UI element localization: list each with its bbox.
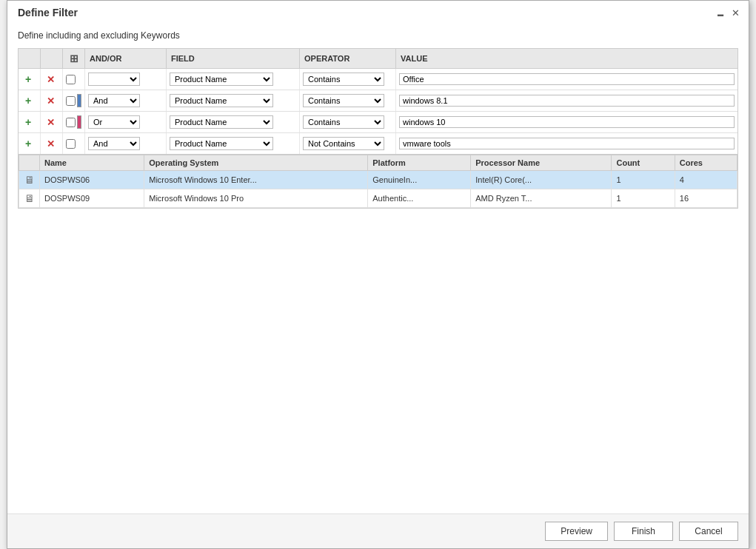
row2-name: DOSPWS09 xyxy=(40,189,144,208)
filter-row-4: + ✕ And Product Name xyxy=(19,133,737,154)
field-select-1[interactable]: Product Name xyxy=(170,73,273,86)
remove-cell-3: ✕ xyxy=(41,112,63,132)
field-select-3[interactable]: Product Name xyxy=(170,115,273,129)
results-table: Name Operating System Platform Processor… xyxy=(19,155,737,208)
preview-button[interactable]: Preview xyxy=(545,522,608,541)
result-row-1[interactable]: 🖥 DOSPWS06 Microsoft Windows 10 Enter...… xyxy=(19,171,737,189)
value-input-1[interactable] xyxy=(399,73,735,85)
results-table-container: Name Operating System Platform Processor… xyxy=(18,155,738,209)
value-cell-4 xyxy=(396,133,737,154)
color-indicator-2 xyxy=(77,94,81,107)
col-count: Count xyxy=(612,155,675,171)
header-value: VALUE xyxy=(396,49,544,68)
andor-select-4[interactable]: And xyxy=(88,137,140,150)
remove-row-1-button[interactable]: ✕ xyxy=(44,73,57,86)
value-cell-3 xyxy=(396,112,737,132)
add-row-2-button[interactable]: + xyxy=(21,94,35,107)
finish-button[interactable]: Finish xyxy=(614,522,673,541)
andor-cell-4: And xyxy=(85,133,167,154)
add-row-4-button[interactable]: + xyxy=(21,137,35,150)
andor-cell-3: Or xyxy=(85,112,167,132)
field-select-4[interactable]: Product Name xyxy=(170,137,273,150)
field-cell-4: Product Name xyxy=(167,133,300,154)
row-1-checkbox[interactable] xyxy=(66,75,76,84)
add-cell-4: + xyxy=(19,133,41,154)
row1-processor: Intel(R) Core(... xyxy=(471,171,612,189)
andor-select-1[interactable] xyxy=(88,73,140,86)
row1-icon: 🖥 xyxy=(19,171,40,189)
row-3-checkbox[interactable] xyxy=(66,118,76,127)
row2-icon: 🖥 xyxy=(19,189,40,208)
operator-select-2[interactable]: Contains xyxy=(303,94,384,107)
operator-cell-2: Contains xyxy=(300,90,396,111)
check-cell-4 xyxy=(63,133,85,154)
content-spacer xyxy=(18,209,738,503)
row-2-checkbox[interactable] xyxy=(66,96,76,106)
col-processor: Processor Name xyxy=(471,155,612,171)
remove-row-4-button[interactable]: ✕ xyxy=(44,137,57,150)
operator-select-3[interactable]: Contains xyxy=(303,115,384,129)
minimize-button[interactable]: 🗕 xyxy=(715,7,726,18)
dialog-title: Define Filter xyxy=(18,7,78,18)
row2-count: 1 xyxy=(612,189,675,208)
value-cell-1 xyxy=(396,69,737,90)
dialog-subtitle: Define including and excluding Keywords xyxy=(18,30,738,41)
remove-row-3-button[interactable]: ✕ xyxy=(44,115,57,129)
title-bar: Define Filter 🗕 ✕ xyxy=(7,1,749,23)
filter-table-header: ⊞ AND/OR FIELD OPERATOR VALUE xyxy=(19,49,737,69)
value-input-4[interactable] xyxy=(399,138,735,149)
row1-cores: 4 xyxy=(675,171,737,189)
header-operator: OPERATOR xyxy=(300,49,396,68)
operator-cell-3: Contains xyxy=(300,112,396,132)
field-cell-3: Product Name xyxy=(167,112,300,132)
row-4-checkbox[interactable] xyxy=(66,139,76,149)
header-field: FIELD xyxy=(167,49,300,68)
operator-cell-4: Not Contains xyxy=(300,133,396,154)
andor-cell-2: And xyxy=(85,90,167,111)
header-add xyxy=(19,49,41,68)
computer-icon-1: 🖥 xyxy=(24,174,35,186)
col-cores: Cores xyxy=(675,155,737,171)
field-select-2[interactable]: Product Name xyxy=(170,94,273,107)
cancel-button[interactable]: Cancel xyxy=(679,522,738,541)
row2-cores: 16 xyxy=(675,189,737,208)
row1-name: DOSPWS06 xyxy=(40,171,144,189)
remove-row-2-button[interactable]: ✕ xyxy=(44,94,57,107)
add-cell-3: + xyxy=(19,112,41,132)
grid-icon: ⊞ xyxy=(70,53,78,64)
operator-select-4[interactable]: Not Contains xyxy=(303,137,384,150)
remove-cell-2: ✕ xyxy=(41,90,63,111)
define-filter-dialog: Define Filter 🗕 ✕ Define including and e… xyxy=(7,0,749,549)
add-row-1-button[interactable]: + xyxy=(21,73,35,86)
row2-platform: Authentic... xyxy=(368,189,471,208)
check-cell-2 xyxy=(63,90,85,111)
col-icon xyxy=(19,155,40,171)
filter-table-container: ⊞ AND/OR FIELD OPERATOR VALUE + ✕ xyxy=(18,48,738,155)
check-cell-3 xyxy=(63,112,85,132)
add-row-3-button[interactable]: + xyxy=(21,115,35,129)
result-row-2[interactable]: 🖥 DOSPWS09 Microsoft Windows 10 Pro Auth… xyxy=(19,189,737,208)
footer-buttons: Preview Finish Cancel xyxy=(7,513,749,548)
value-input-3[interactable] xyxy=(399,116,735,128)
filter-row-2: + ✕ And Product Name xyxy=(19,90,737,112)
value-input-2[interactable] xyxy=(399,95,735,107)
row1-platform: GenuineIn... xyxy=(368,171,471,189)
title-controls: 🗕 ✕ xyxy=(715,7,741,18)
filter-row-1: + ✕ Product Name xyxy=(19,69,737,90)
remove-cell-4: ✕ xyxy=(41,133,63,154)
col-platform: Platform xyxy=(368,155,471,171)
andor-select-2[interactable]: And xyxy=(88,94,140,107)
andor-select-3[interactable]: Or xyxy=(88,115,140,129)
filter-row-3: + ✕ Or Product Name xyxy=(19,112,737,133)
field-cell-2: Product Name xyxy=(167,90,300,111)
andor-cell-1 xyxy=(85,69,167,90)
field-cell-1: Product Name xyxy=(167,69,300,90)
close-button[interactable]: ✕ xyxy=(729,7,741,18)
row1-os: Microsoft Windows 10 Enter... xyxy=(144,171,368,189)
dialog-body: Define including and excluding Keywords … xyxy=(7,23,749,513)
header-icon: ⊞ xyxy=(63,49,85,68)
operator-select-1[interactable]: Contains xyxy=(303,73,384,86)
color-indicator-3 xyxy=(77,115,81,129)
row2-processor: AMD Ryzen T... xyxy=(471,189,612,208)
add-cell-2: + xyxy=(19,90,41,111)
